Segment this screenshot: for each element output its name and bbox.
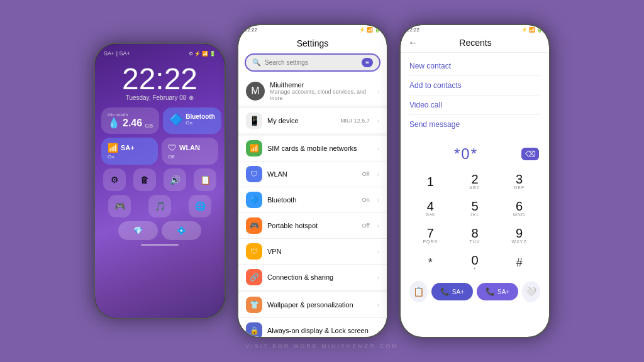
icon-music[interactable]: 🎵 (148, 195, 171, 217)
phone3-status: 22:22 ⚡ 📶 🔋 (401, 25, 549, 35)
settings-list: M Miuithemer Manage accounts, cloud serv… (238, 77, 387, 337)
wlan-tile[interactable]: 🛡 WLAN Off (162, 138, 218, 165)
key-5[interactable]: 5 JKL (454, 196, 496, 221)
phones-container: SA+ | SA+ ⚙ ⚡ 📶 🔋 22:22 Tuesday, Februar… (0, 0, 644, 362)
hotspot-status: Off (362, 222, 370, 229)
settings-item-hotspot[interactable]: 🎮 Portable hotspot Off › (238, 213, 387, 239)
sa-sub: On (108, 154, 152, 160)
settings-item-connection[interactable]: 🔗 Connection & sharing › (238, 265, 387, 290)
p2-status-icons: ⚡ 📶 🔋 (359, 27, 380, 33)
search-filter-btn[interactable]: ≡ (362, 58, 373, 67)
icon-clipboard[interactable]: 📋 (194, 168, 216, 191)
call-btn-1[interactable]: 📞 SA+ (431, 283, 473, 300)
back-button[interactable]: ← (408, 37, 418, 48)
voicemail-btn[interactable]: 📋 (409, 281, 428, 302)
call-icon-2: 📞 (486, 287, 495, 296)
phone1-bg: SA+ | SA+ ⚙ ⚡ 📶 🔋 22:22 Tuesday, Februar… (95, 44, 225, 318)
bluetooth-settings-label: Bluetooth (267, 196, 357, 204)
video-call-btn[interactable]: Video call (409, 96, 540, 115)
key-7[interactable]: 7 PQRS (409, 223, 452, 248)
clock-area: 22:22 Tuesday, February 08 ⊕ (101, 64, 218, 101)
search-inner: 🔍 ≡ (245, 53, 380, 72)
settings-item-wallpaper[interactable]: 👕 Wallpaper & personalization › (238, 292, 387, 318)
icon-globe[interactable]: 🌐 (189, 195, 211, 217)
key-0[interactable]: 0 + (454, 250, 496, 275)
wallpaper-icon: 👕 (246, 297, 262, 313)
send-message-btn[interactable]: Send message (409, 115, 540, 134)
wlan-settings-icon: 🛡 (246, 166, 262, 182)
recents-title: Recents (425, 38, 526, 48)
wlan-sub: Off (168, 154, 212, 160)
miuithemer-icon: M (246, 82, 265, 101)
wallpaper-label: Wallpaper & personalization (267, 301, 372, 309)
chevron-icon-6: › (377, 222, 379, 229)
chevron-icon-10: › (377, 327, 379, 334)
key-3[interactable]: 3 DEF (498, 169, 540, 194)
chevron-icon-5: › (377, 197, 379, 204)
phone-3: 22:22 ⚡ 📶 🔋 ← Recents New contact Add to… (399, 24, 550, 338)
key-9[interactable]: 9 WXYZ (498, 223, 540, 248)
settings-item-mydevice[interactable]: 📱 My device MIUI 12.5.7 › (238, 108, 387, 133)
chevron-icon-4: › (377, 171, 379, 178)
sim-label: SIM cards & mobile networks (267, 145, 372, 152)
key-2[interactable]: 2 ABC (454, 169, 496, 194)
p3-time: 22:22 (407, 27, 419, 33)
phone1-status-icons: ⚙ ⚡ 📶 🔋 (189, 51, 216, 57)
call-icon-1: 📞 (440, 287, 450, 296)
phone2-status: 22:22 ⚡ 📶 🔋 (238, 25, 387, 35)
extra-btn[interactable]: 🤍 (522, 281, 540, 302)
settings-item-vpn[interactable]: 🛡 VPN › (238, 239, 387, 265)
pill-right[interactable]: 💠 (162, 221, 201, 240)
call-label-2: SA+ (497, 288, 509, 295)
sim-icon: 📶 (246, 140, 262, 156)
home-indicator (141, 244, 179, 246)
call-btn-2[interactable]: 📞 SA+ (477, 283, 518, 300)
icon-delete[interactable]: 🗑 (133, 168, 156, 191)
heart-icon: 🤍 (526, 287, 536, 297)
pill-left[interactable]: 💎 (118, 221, 158, 240)
settings-section-network: 📶 SIM cards & mobile networks › 🛡 (238, 136, 387, 290)
phone-2: 22:22 ⚡ 📶 🔋 Settings 🔍 ≡ (237, 24, 388, 338)
phone1-screen: SA+ | SA+ ⚙ ⚡ 📶 🔋 22:22 Tuesday, Februar… (95, 44, 225, 318)
hotspot-label: Portable hotspot (267, 222, 357, 229)
water-icon: 💧 (108, 117, 120, 129)
add-to-contacts-btn[interactable]: Add to contacts (409, 76, 540, 96)
phone-1: SA+ | SA+ ⚙ ⚡ 📶 🔋 22:22 Tuesday, Februar… (94, 43, 226, 319)
bluetooth-tile[interactable]: 🔷 Bluetooth On (163, 107, 221, 134)
device-label: My device (267, 117, 335, 124)
icon-sound[interactable]: 🔊 (164, 168, 186, 191)
chevron-icon-7: › (377, 248, 379, 255)
sa-tile[interactable]: 📶 SA+ On (101, 138, 158, 165)
sa-wlan-tiles: 📶 SA+ On 🛡 WLAN Off (101, 138, 218, 165)
recents-header: ← Recents (401, 35, 549, 53)
icon-row-2: 🎮 🎵 🌐 (101, 195, 218, 217)
key-hash[interactable]: # (498, 250, 540, 275)
key-star[interactable]: * (409, 250, 452, 275)
p3-icons: ⚡ 📶 🔋 (521, 27, 543, 33)
settings-item-aod[interactable]: 🔒 Always-on display & Lock screen › (238, 318, 387, 337)
key-8[interactable]: 8 TUV (454, 223, 496, 248)
search-input[interactable] (265, 59, 358, 66)
bottom-pills: 💎 💠 (101, 221, 218, 240)
key-1[interactable]: 1 (409, 169, 452, 194)
key-4[interactable]: 4 GHI (409, 196, 452, 221)
delete-button[interactable]: ⌫ (521, 148, 539, 160)
settings-section-personalization: 👕 Wallpaper & personalization › 🔒 (238, 292, 387, 337)
bluetooth-settings-icon: 🔷 (246, 192, 262, 208)
phone1-status-bar: SA+ | SA+ ⚙ ⚡ 📶 🔋 (101, 49, 218, 58)
wlan-status: Off (362, 171, 370, 177)
bt-label: Bluetooth (186, 113, 215, 120)
chevron-icon-2: › (377, 118, 379, 124)
new-contact-btn[interactable]: New contact (409, 57, 540, 76)
key-6[interactable]: 6 MNO (498, 196, 540, 221)
phone1-status-left: SA+ | SA+ (104, 50, 130, 57)
settings-item-wlan[interactable]: 🛡 WLAN Off › (238, 162, 387, 187)
settings-item-miuithemer[interactable]: M Miuithemer Manage accounts, cloud serv… (238, 77, 387, 106)
aod-icon: 🔒 (246, 322, 262, 337)
icon-settings[interactable]: ⚙ (103, 168, 126, 191)
data-tile[interactable]: this month 💧 2.46 GB (101, 107, 159, 134)
settings-item-sim[interactable]: 📶 SIM cards & mobile networks › (238, 136, 387, 162)
icon-game[interactable]: 🎮 (108, 195, 131, 217)
search-icon: 🔍 (252, 58, 261, 67)
settings-item-bluetooth[interactable]: 🔷 Bluetooth On › (238, 187, 387, 213)
